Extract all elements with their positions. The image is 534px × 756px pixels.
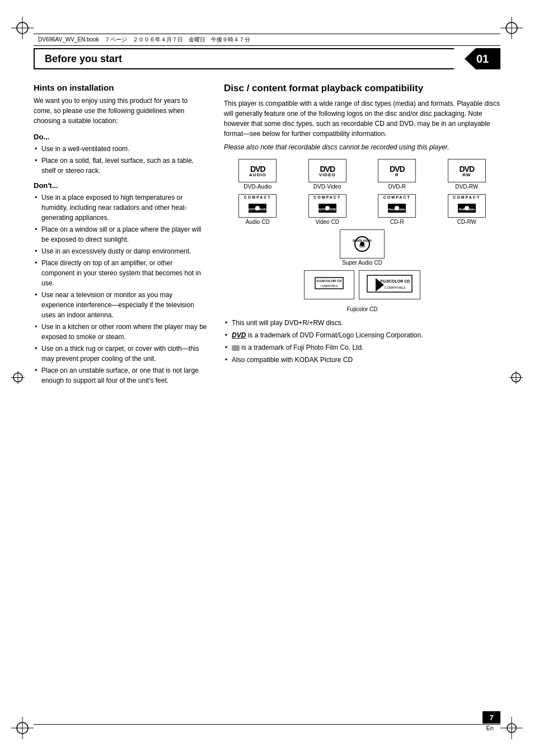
dont-item-7: Use on a thick rug or carpet, or cover w… <box>34 344 207 364</box>
right-column: Disc / content format playback compatibi… <box>224 83 500 722</box>
do-list: Use in a well-ventilated room. Place on … <box>34 144 207 176</box>
hints-intro: We want you to enjoy using this product … <box>34 96 207 126</box>
corner-mark-br <box>500 717 523 739</box>
disc-note: Please also note that recordable discs c… <box>224 142 500 152</box>
dvd-video-logo: DVD VIDEO <box>308 159 346 182</box>
cd-r-label: CD-R <box>390 219 404 225</box>
dvd-r-item: DVD R DVD-R <box>363 159 431 190</box>
right-bullet-2: DVD is a trademark of DVD Format/Logo Li… <box>224 330 500 340</box>
dont-item-5: Use near a television or monitor as you … <box>34 290 207 320</box>
right-bullet-1: This unit will play DVD+R/+RW discs. <box>224 318 500 328</box>
dont-item-4: Place directly on top of an amplifier, o… <box>34 258 207 288</box>
cd-rw-logo: COMPACT ReWritable <box>448 194 486 218</box>
audio-cd-item: COMPACT DIGITAL AUDIO Audio CD <box>224 194 292 225</box>
file-info-line: DV696AV_WV_EN.book ７ページ ２００６年４月７日 金曜日 午後… <box>34 34 500 46</box>
dvd-trademark-logo: DVD <box>232 331 246 339</box>
cd-r-item: COMPACT Recordable CD-R <box>363 194 431 225</box>
fujicolor-item-2: FUJICOLOR CD COMPATIBLE <box>359 270 420 299</box>
page-number: 7 <box>489 713 493 722</box>
dvd-r-logo: DVD R <box>378 159 416 182</box>
disc-section-title: Disc / content format playback compatibi… <box>224 83 500 94</box>
fujicolor-row: FUJICOLOR CD COMPATIBLE FUJICOLOR CD COM… <box>224 270 500 299</box>
dvd-audio-sub-text: AUDIO <box>249 172 266 177</box>
svg-text:CD: CD <box>359 244 365 248</box>
dvd-video-sub-text: VIDEO <box>319 172 336 177</box>
corner-mark-tl <box>11 17 34 39</box>
audio-cd-compact-text: COMPACT <box>244 195 271 199</box>
fujicolor-label: Fujicolor CD <box>224 306 500 312</box>
svg-text:DIGITAL VIDEO: DIGITAL VIDEO <box>318 208 336 211</box>
dvd-rw-sub-text: RW <box>462 172 471 177</box>
svg-text:COMPATIBLE: COMPATIBLE <box>320 284 338 288</box>
right-bullet-2-text: is a trademark of DVD Format/Logo Licens… <box>248 331 423 339</box>
side-mark-left <box>11 370 25 386</box>
dvd-video-item: DVD VIDEO DVD-Video <box>294 159 362 190</box>
cd-r-logo: COMPACT Recordable <box>378 194 416 218</box>
dont-title: Don't... <box>34 181 207 190</box>
dvd-rw-logo: DVD RW <box>448 159 486 182</box>
bottom-line <box>34 724 500 725</box>
corner-mark-bl <box>11 717 34 739</box>
super-audio-row: SUPER AUDIO CD Super Audio CD <box>224 229 500 266</box>
svg-text:FUJICOLOR CD: FUJICOLOR CD <box>317 279 343 283</box>
dont-item-6: Use in a kitchen or other room where the… <box>34 322 207 342</box>
svg-text:FUJICOLOR CD: FUJICOLOR CD <box>381 279 410 283</box>
audio-cd-label: Audio CD <box>246 219 270 225</box>
disc-intro: This player is compatible with a wide ra… <box>224 98 500 139</box>
dvd-video-label: DVD-Video <box>313 184 341 190</box>
chapter-number-box: 01 <box>465 48 500 69</box>
svg-text:DIGITAL AUDIO: DIGITAL AUDIO <box>249 208 266 211</box>
video-cd-svg: DIGITAL VIDEO <box>318 199 336 217</box>
audio-cd-logo: COMPACT DIGITAL AUDIO <box>238 194 277 218</box>
video-cd-label: Video CD <box>315 219 339 225</box>
fujicolor-logo-1: FUJICOLOR CD COMPATIBLE <box>304 270 354 299</box>
main-content: Hints on installation We want you to enj… <box>34 83 500 722</box>
dvd-logos-grid: DVD AUDIO DVD-Audio DVD VIDEO DVD-Video <box>224 159 500 190</box>
chapter-number: 01 <box>476 53 489 65</box>
dvd-audio-item: DVD AUDIO DVD-Audio <box>224 159 292 190</box>
chapter-header: Before you start 01 <box>34 48 500 69</box>
fuji-trademark-icon <box>232 345 240 351</box>
cd-rw-item: COMPACT ReWritable CD-RW <box>433 194 501 225</box>
dvd-audio-logo: DVD AUDIO <box>238 159 277 182</box>
svg-text:Recordable: Recordable <box>388 208 405 211</box>
video-cd-compact-text: COMPACT <box>313 195 341 199</box>
cd-logos-grid: COMPACT DIGITAL AUDIO Audio CD COMPACT <box>224 194 500 225</box>
do-item-2: Place on a solid, flat, level surface, s… <box>34 156 207 176</box>
chapter-title-box: Before you start <box>34 48 465 69</box>
video-cd-item: COMPACT DIGITAL VIDEO Video CD <box>294 194 362 225</box>
right-bullet-4: Also compatible with KODAK Picture CD <box>224 355 500 365</box>
dvd-r-label: DVD-R <box>388 184 406 190</box>
cd-rw-compact-text: COMPACT <box>453 195 480 199</box>
super-audio-svg: SUPER AUDIO CD <box>348 236 376 252</box>
cd-r-compact-text: COMPACT <box>383 195 411 199</box>
right-bullet-3: is a trademark of Fuji Photo Film Co. Lt… <box>224 342 500 353</box>
dont-item-3: Use in an excessively dusty or damp envi… <box>34 246 207 256</box>
audio-cd-svg: DIGITAL AUDIO <box>249 199 266 217</box>
cd-r-svg: Recordable <box>388 199 406 217</box>
corner-mark-tr <box>500 17 523 39</box>
dvd-audio-label: DVD-Audio <box>243 184 271 190</box>
super-audio-item: SUPER AUDIO CD Super Audio CD <box>340 229 385 266</box>
fujicolor-svg-1: FUJICOLOR CD COMPATIBLE <box>312 276 346 293</box>
file-info-text: DV696AV_WV_EN.book ７ページ ２００６年４月７日 金曜日 午後… <box>38 36 250 44</box>
page-number-badge: 7 <box>483 711 500 724</box>
dvd-rw-label: DVD-RW <box>455 184 478 190</box>
svg-text:COMPATIBLE: COMPATIBLE <box>385 286 406 289</box>
svg-text:ReWritable: ReWritable <box>458 208 475 211</box>
page-en-label: En <box>486 725 494 731</box>
super-audio-logo: SUPER AUDIO CD <box>340 229 385 259</box>
dont-item-2: Place on a window sill or a place where … <box>34 224 207 245</box>
right-bullet-3-text: is a trademark of Fuji Photo Film Co. Lt… <box>241 344 363 351</box>
video-cd-logo: COMPACT DIGITAL VIDEO <box>308 194 346 218</box>
fujicolor-svg-2: FUJICOLOR CD COMPATIBLE <box>364 274 415 296</box>
cd-rw-svg: ReWritable <box>458 199 476 217</box>
hints-title: Hints on installation <box>34 83 207 92</box>
dvd-rw-item: DVD RW DVD-RW <box>433 159 501 190</box>
dont-item-1: Use in a place exposed to high temperatu… <box>34 192 207 223</box>
svg-text:SUPER AUDIO: SUPER AUDIO <box>353 239 372 242</box>
left-column: Hints on installation We want you to enj… <box>34 83 207 722</box>
cd-rw-label: CD-RW <box>457 219 476 225</box>
fujicolor-logo-2: FUJICOLOR CD COMPATIBLE <box>359 270 420 299</box>
dont-item-8: Place on an unstable surface, or one tha… <box>34 365 207 386</box>
